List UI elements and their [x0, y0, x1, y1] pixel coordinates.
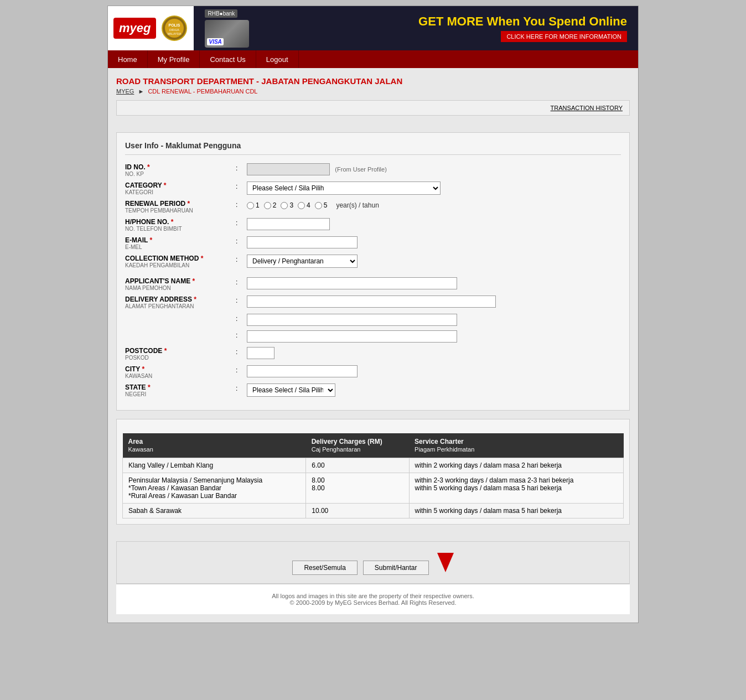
phone-input[interactable] [247, 218, 330, 230]
field-applicant-name: APPLICANT'S NAME * NAMA PEMOHON : [125, 277, 621, 291]
field-category: CATEGORY * KATEGORI : Please Select / Si… [125, 182, 621, 195]
table-cell-area-1: Klang Valley / Lembah Klang [123, 458, 306, 473]
field-postcode: POSTCODE * POSKOD : [125, 347, 621, 361]
banner: myeg POLIS DIRAJA MALAYSIA RHB●bank VISA [108, 6, 638, 50]
button-bar: Reset/Semula Submit/Hantar [116, 541, 630, 584]
collection-select[interactable]: Delivery / Penghantaran [247, 255, 358, 268]
postcode-input[interactable] [247, 347, 274, 359]
txn-history-bar: TRANSACTION HISTORY [116, 100, 630, 116]
city-input[interactable] [247, 365, 358, 377]
table-row: Peninsular Malaysia / Semenanjung Malays… [123, 473, 624, 504]
nav-home[interactable]: Home [108, 50, 148, 68]
label-email: E-MAIL * E-MEL [125, 236, 236, 250]
breadcrumb-current: CDL RENEWAL - PEMBAHARUAN CDL [148, 88, 257, 95]
logo-area: myeg POLIS DIRAJA MALAYSIA [108, 9, 194, 48]
submit-area: Reset/Semula Submit/Hantar [125, 550, 621, 575]
table-cell-area-3: Sabah & Sarawak [123, 504, 306, 518]
table-row: Klang Valley / Lembah Klang 6.00 within … [123, 458, 624, 473]
label-city: CITY * KAWASAN [125, 365, 236, 379]
label-state: STATE * NEGERI [125, 383, 236, 397]
myeg-logo: myeg [113, 18, 156, 39]
breadcrumb-home[interactable]: MYEG [116, 88, 134, 95]
renewal-radio-group: 1 2 3 4 5 year(s) / tahun [247, 200, 621, 209]
table-cell-charge-2: 8.00 8.00 [306, 473, 409, 504]
breadcrumb: MYEG ► CDL RENEWAL - PEMBAHARUAN CDL [116, 88, 630, 95]
delivery-address-3-input[interactable] [247, 330, 457, 343]
label-collection: COLLECTION METHOD * KAEDAH PENGAMBILAN [125, 255, 236, 268]
footer: All logos and images in this site are th… [116, 584, 630, 614]
field-collection: COLLECTION METHOD * KAEDAH PENGAMBILAN :… [125, 255, 621, 268]
nav-logout[interactable]: Logout [256, 50, 299, 68]
badge-icon: POLIS DIRAJA MALAYSIA [160, 14, 188, 42]
renewal-radio-4[interactable]: 4 [298, 201, 310, 209]
visa-logo: VISA [207, 38, 223, 45]
field-delivery-address-2: : [125, 314, 621, 326]
email-input[interactable] [247, 236, 358, 248]
field-state: STATE * NEGERI : Please Select / Sila Pi… [125, 383, 621, 397]
field-id-no: ID NO. * NO. KP : (From User Profile) [125, 163, 621, 177]
card-image: VISA [205, 20, 249, 48]
table-cell-charter-2: within 2-3 working days / dalam masa 2-3… [409, 473, 623, 504]
delivery-table-section: Area Kawasan Delivery Charges (RM) Caj P… [116, 419, 630, 525]
table-header-charter: Service Charter Piagam Perkhidmatan [409, 433, 623, 458]
renewal-suffix: year(s) / tahun [336, 201, 379, 209]
nav-bar: Home My Profile Contact Us Logout [108, 50, 638, 68]
renewal-radio-5[interactable]: 5 [315, 201, 328, 209]
table-header-charges: Delivery Charges (RM) Caj Penghantaran [306, 433, 409, 458]
table-cell-area-2: Peninsular Malaysia / Semenanjung Malays… [123, 473, 306, 504]
applicant-name-input[interactable] [247, 277, 457, 289]
rhb-label: RHB●bank [205, 9, 237, 18]
footer-line1: All logos and images in this site are th… [125, 593, 621, 599]
from-profile-label: (From User Profile) [335, 166, 387, 173]
nav-contact-us[interactable]: Contact Us [200, 50, 256, 68]
table-row: Sabah & Sarawak 10.00 within 5 working d… [123, 504, 624, 518]
arrow-indicator-area [434, 550, 457, 575]
field-delivery-address-1: DELIVERY ADDRESS * ALAMAT PENGHANTARAN : [125, 295, 621, 309]
submit-button[interactable]: Submit/Hantar [363, 561, 429, 575]
field-email: E-MAIL * E-MEL : [125, 236, 621, 250]
table-cell-charter-3: within 5 working days / dalam masa 5 har… [409, 504, 623, 518]
banner-ad-left: RHB●bank VISA [205, 9, 249, 48]
footer-line2: © 2000-2009 by MyEG Services Berhad. All… [125, 599, 621, 606]
label-category: CATEGORY * KATEGORI [125, 182, 236, 195]
category-select[interactable]: Please Select / Sila Pilih [247, 182, 441, 195]
form-section: User Info - Maklumat Pengguna ID NO. * N… [116, 132, 630, 411]
svg-text:POLIS: POLIS [169, 23, 180, 27]
delivery-address-1-input[interactable] [247, 295, 496, 308]
banner-ad[interactable]: RHB●bank VISA GET MORE When You Spend On… [194, 6, 638, 50]
state-select[interactable]: Please Select / Sila Pilih [247, 383, 335, 397]
field-phone: H/PHONE NO. * NO. TELEFON BIMBIT : [125, 218, 621, 232]
banner-cta[interactable]: CLICK HERE FOR MORE INFORMATION [501, 31, 627, 42]
field-city: CITY * KAWASAN : [125, 365, 621, 379]
label-delivery-address: DELIVERY ADDRESS * ALAMAT PENGHANTARAN [125, 295, 236, 309]
banner-title: GET MORE When You Spend Online [418, 14, 627, 29]
red-arrow-icon [434, 550, 457, 575]
label-phone: H/PHONE NO. * NO. TELEFON BIMBIT [125, 218, 236, 232]
banner-ad-text: GET MORE When You Spend Online CLICK HER… [418, 14, 627, 42]
svg-text:DIRAJA: DIRAJA [170, 28, 180, 32]
nav-my-profile[interactable]: My Profile [148, 50, 200, 68]
reset-button[interactable]: Reset/Semula [292, 561, 357, 575]
renewal-radio-2[interactable]: 2 [264, 201, 277, 209]
table-cell-charge-1: 6.00 [306, 458, 409, 473]
section-title: User Info - Maklumat Pengguna [125, 141, 621, 155]
renewal-radio-3[interactable]: 3 [281, 201, 293, 209]
renewal-radio-1[interactable]: 1 [247, 201, 260, 209]
txn-history-link[interactable]: TRANSACTION HISTORY [551, 105, 623, 111]
breadcrumb-arrow: ► [138, 88, 146, 95]
page-title: ROAD TRANSPORT DEPARTMENT - JABATAN PENG… [116, 76, 630, 86]
svg-marker-5 [437, 553, 454, 572]
label-id-no: ID NO. * NO. KP [125, 163, 236, 177]
label-renewal: RENEWAL PERIOD * TEMPOH PEMBAHARUAN [125, 200, 236, 214]
svg-text:MALAYSIA: MALAYSIA [168, 32, 182, 35]
delivery-table: Area Kawasan Delivery Charges (RM) Caj P… [122, 433, 624, 518]
content-area: ROAD TRANSPORT DEPARTMENT - JABATAN PENG… [108, 68, 638, 623]
field-renewal: RENEWAL PERIOD * TEMPOH PEMBAHARUAN : 1 … [125, 200, 621, 214]
delivery-address-2-input[interactable] [247, 314, 457, 326]
label-postcode: POSTCODE * POSKOD [125, 347, 236, 361]
table-header-area: Area Kawasan [123, 433, 306, 458]
table-cell-charter-1: within 2 working days / dalam masa 2 har… [409, 458, 623, 473]
label-applicant-name: APPLICANT'S NAME * NAMA PEMOHON [125, 277, 236, 291]
id-no-input[interactable] [247, 163, 330, 175]
table-cell-charge-3: 10.00 [306, 504, 409, 518]
